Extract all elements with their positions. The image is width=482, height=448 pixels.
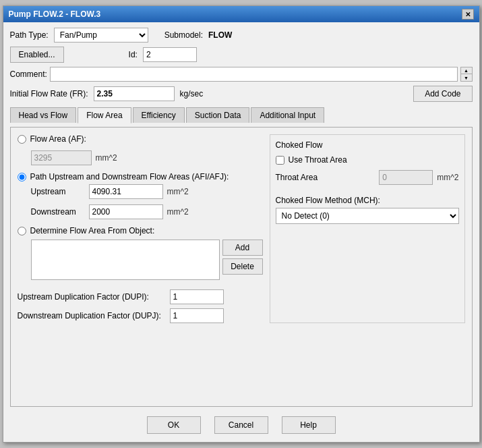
title-bar: Pump FLOW.2 - FLOW.3 ✕ xyxy=(3,6,479,22)
add-delete-buttons: Add Delete xyxy=(222,240,263,275)
window-body: Path Type: Fan/Pump Submodel: FLOW Enabl… xyxy=(3,22,479,442)
two-col-layout: Flow Area (AF): mm^2 Path Upstream and D… xyxy=(18,134,465,323)
downstream-dup-input[interactable] xyxy=(170,308,224,323)
tab-flow-area[interactable]: Flow Area xyxy=(78,107,131,123)
tab-bar: Head vs Flow Flow Area Efficiency Suctio… xyxy=(10,107,473,123)
tab-head-vs-flow[interactable]: Head vs Flow xyxy=(10,107,77,123)
flow-area-af-row: Flow Area (AF): xyxy=(18,134,263,144)
upstream-dup-label: Upstream Duplication Factor (DUPI): xyxy=(18,292,166,302)
use-throat-area-row: Use Throat Area xyxy=(276,155,459,165)
tab-suction-data[interactable]: Suction Data xyxy=(186,107,250,123)
flow-rate-label: Initial Flow Rate (FR): xyxy=(10,89,88,99)
comment-spin: ▲ ▼ xyxy=(460,67,473,82)
flow-area-af-unit: mm^2 xyxy=(96,153,117,163)
downstream-label: Downstream xyxy=(31,207,85,217)
upstream-downstream-label: Path Upstream and Downstream Flow Areas … xyxy=(30,172,229,181)
flow-area-af-field: mm^2 xyxy=(31,150,263,165)
choked-method-label: Choked Flow Method (MCH): xyxy=(276,196,459,205)
upstream-row: Upstream mm^2 xyxy=(31,184,263,199)
flow-rate-unit: kg/sec xyxy=(180,89,204,99)
spin-down-button[interactable]: ▼ xyxy=(461,74,472,81)
choked-flow-title: Choked Flow xyxy=(276,140,459,150)
flow-area-af-label: Flow Area (AF): xyxy=(30,134,86,144)
add-code-button[interactable]: Add Code xyxy=(413,86,472,102)
determine-from-object-group: Determine Flow Area From Object: Add Del… xyxy=(18,226,263,280)
submodel-label: Submodel: xyxy=(164,30,203,40)
flow-area-af-input[interactable] xyxy=(31,150,92,165)
upstream-dup-row: Upstream Duplication Factor (DUPI): xyxy=(18,289,263,304)
path-type-label: Path Type: xyxy=(10,30,49,40)
comment-input[interactable] xyxy=(50,67,458,82)
help-button[interactable]: Help xyxy=(282,416,336,434)
downstream-input[interactable] xyxy=(89,204,163,219)
downstream-row: Downstream mm^2 xyxy=(31,204,263,219)
choked-method-select[interactable]: No Detect (0) Method 1 Method 2 xyxy=(276,208,459,224)
object-listbox[interactable] xyxy=(31,240,220,280)
comment-row: Comment: ▲ ▼ xyxy=(10,67,473,82)
delete-button[interactable]: Delete xyxy=(222,258,263,275)
throat-area-unit: mm^2 xyxy=(437,173,458,182)
path-type-select[interactable]: Fan/Pump xyxy=(54,28,148,43)
use-throat-area-label: Use Throat Area xyxy=(289,155,347,165)
tab-additional-input[interactable]: Additional Input xyxy=(251,107,324,123)
right-column: Choked Flow Use Throat Area Throat Area … xyxy=(270,134,465,323)
tab-content: Flow Area (AF): mm^2 Path Upstream and D… xyxy=(10,127,473,407)
tab-efficiency[interactable]: Efficiency xyxy=(133,107,185,123)
main-window: Pump FLOW.2 - FLOW.3 ✕ Path Type: Fan/Pu… xyxy=(3,5,480,443)
sub-fields: Upstream mm^2 Downstream mm^2 xyxy=(31,184,263,219)
id-label: Id: xyxy=(129,50,138,59)
spin-up-button[interactable]: ▲ xyxy=(461,67,472,74)
comment-label: Comment: xyxy=(10,69,47,79)
flow-rate-row: Initial Flow Rate (FR): kg/sec Add Code xyxy=(10,86,473,102)
choked-method-group: Choked Flow Method (MCH): No Detect (0) … xyxy=(276,196,459,224)
path-type-row: Path Type: Fan/Pump Submodel: FLOW xyxy=(10,28,473,43)
window-title: Pump FLOW.2 - FLOW.3 xyxy=(9,9,101,19)
enabled-row: Enabled... Id: xyxy=(10,47,473,63)
flow-area-af-radio[interactable] xyxy=(18,135,26,144)
duplication-section: Upstream Duplication Factor (DUPI): Down… xyxy=(18,289,263,323)
upstream-input[interactable] xyxy=(89,184,163,199)
flow-rate-input[interactable] xyxy=(94,86,175,101)
downstream-dup-label: Downstream Duplication Factor (DUPJ): xyxy=(18,311,166,320)
footer-buttons: OK Cancel Help xyxy=(10,411,473,437)
ok-button[interactable]: OK xyxy=(147,416,201,434)
left-column: Flow Area (AF): mm^2 Path Upstream and D… xyxy=(18,134,263,323)
upstream-downstream-group: Path Upstream and Downstream Flow Areas … xyxy=(18,172,263,219)
upstream-downstream-radio[interactable] xyxy=(18,173,26,181)
submodel-value: FLOW xyxy=(208,30,232,40)
throat-area-label: Throat Area xyxy=(276,173,318,182)
title-bar-controls: ✕ xyxy=(462,9,474,20)
determine-object-label: Determine Flow Area From Object: xyxy=(30,226,155,235)
cancel-button[interactable]: Cancel xyxy=(214,416,268,434)
upstream-downstream-radio-row: Path Upstream and Downstream Flow Areas … xyxy=(18,172,263,181)
throat-area-input[interactable] xyxy=(379,170,433,185)
upstream-unit: mm^2 xyxy=(167,187,189,196)
determine-object-radio-row: Determine Flow Area From Object: xyxy=(18,226,263,235)
enabled-button[interactable]: Enabled... xyxy=(10,47,64,63)
add-button[interactable]: Add xyxy=(222,240,263,256)
id-input[interactable] xyxy=(143,47,197,62)
downstream-dup-row: Downstream Duplication Factor (DUPJ): xyxy=(18,308,263,323)
object-area-row: Add Delete xyxy=(31,240,263,280)
determine-object-radio[interactable] xyxy=(18,227,26,235)
upstream-dup-input[interactable] xyxy=(170,289,224,304)
upstream-label: Upstream xyxy=(31,187,85,196)
throat-area-row: Throat Area mm^2 xyxy=(276,170,459,185)
use-throat-area-checkbox[interactable] xyxy=(276,156,284,165)
downstream-unit: mm^2 xyxy=(167,207,189,217)
close-button[interactable]: ✕ xyxy=(462,9,474,20)
